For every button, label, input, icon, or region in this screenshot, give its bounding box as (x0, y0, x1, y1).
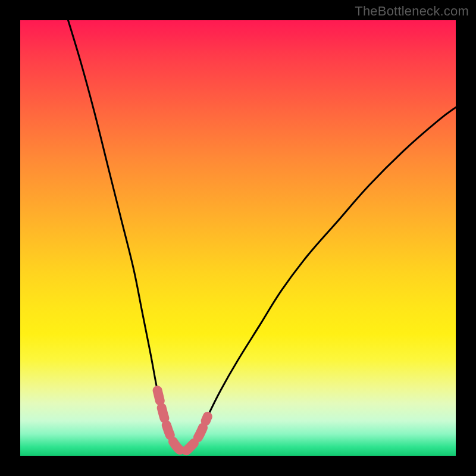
plot-area (20, 20, 456, 456)
bottleneck-curve-svg (20, 20, 456, 456)
curve-group (68, 20, 456, 452)
bottleneck-curve (68, 20, 456, 452)
highlight-segment (158, 390, 208, 452)
watermark-text: TheBottleneck.com (355, 4, 469, 19)
chart-frame: TheBottleneck.com (0, 0, 476, 476)
